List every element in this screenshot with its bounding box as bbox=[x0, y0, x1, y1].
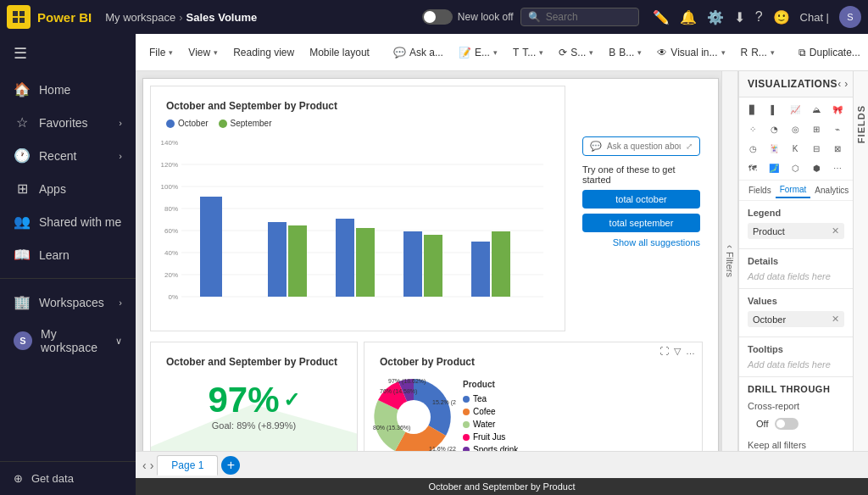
page-next-icon[interactable]: › bbox=[150, 459, 154, 472]
ribbon-r[interactable]: R R... ▾ bbox=[734, 43, 782, 62]
viz-icon-donut[interactable]: ◎ bbox=[787, 120, 804, 137]
sidebar-item-home[interactable]: 🏠 Home bbox=[0, 73, 136, 106]
viz-icon-scatter[interactable]: ⁘ bbox=[744, 120, 761, 137]
ribbon-t[interactable]: T T... ▾ bbox=[506, 43, 550, 62]
viz-icon-funnel[interactable]: ⌁ bbox=[829, 120, 846, 137]
download-icon[interactable]: ⬇ bbox=[734, 9, 745, 25]
viz-icon-bar[interactable]: ▊ bbox=[744, 101, 761, 118]
svg-rect-19 bbox=[200, 197, 222, 297]
ribbon-reading-view[interactable]: Reading view bbox=[226, 43, 301, 62]
filters-arrow: ‹ bbox=[724, 245, 736, 248]
pie-container: ⛶ ▽ … October by Product bbox=[364, 342, 703, 451]
ribbon-duplicate[interactable]: ⧉ Duplicate... bbox=[792, 43, 867, 62]
bell-icon[interactable]: 🔔 bbox=[680, 9, 697, 25]
search-input[interactable] bbox=[546, 11, 631, 23]
ribbon-s[interactable]: ⟳ S... ▾ bbox=[552, 43, 600, 62]
viz-icon-custom2[interactable]: ⬢ bbox=[808, 159, 825, 176]
page-tab-1[interactable]: Page 1 bbox=[157, 455, 218, 476]
ribbon-b-label: B... bbox=[619, 47, 634, 58]
sidebar-hamburger[interactable]: ☰ bbox=[0, 34, 136, 73]
viz-icon-pie[interactable]: ◔ bbox=[765, 120, 782, 137]
qa-btn-october[interactable]: total october bbox=[582, 190, 700, 209]
qa-icon: 💬 bbox=[590, 141, 602, 152]
t-caret: ▾ bbox=[539, 48, 543, 57]
myworkspace-arrow: ∨ bbox=[115, 336, 122, 347]
details-add[interactable]: Add data fields here bbox=[748, 271, 844, 281]
page-prev-icon[interactable]: ‹ bbox=[142, 459, 147, 472]
ribbon-mobile[interactable]: Mobile layout bbox=[303, 43, 376, 62]
sidebar-item-workspaces[interactable]: 🏢 Workspaces › bbox=[0, 286, 136, 319]
pie-more-icon[interactable]: … bbox=[686, 346, 695, 357]
settings-icon[interactable]: ⚙️ bbox=[707, 9, 724, 25]
ribbon-mobile-label: Mobile layout bbox=[309, 47, 370, 58]
viz-tab-format[interactable]: Format bbox=[776, 182, 811, 198]
ribbon-b[interactable]: B B... ▾ bbox=[602, 43, 648, 62]
get-data-button[interactable]: ⊕ Get data bbox=[0, 461, 136, 495]
viz-icons-row4: 🗺 🗾 ⬡ ⬢ ⋯ bbox=[744, 159, 848, 176]
ribbon-ask[interactable]: 💬 Ask a... bbox=[387, 43, 450, 62]
viz-icon-line[interactable]: 📈 bbox=[787, 101, 804, 118]
viz-tab-row: Fields Format Analytics bbox=[739, 181, 853, 201]
viz-icon-column[interactable]: ▌ bbox=[765, 101, 782, 118]
tooltips-add[interactable]: Add data fields here bbox=[748, 359, 844, 370]
ribbon-reading-label: Reading view bbox=[233, 47, 294, 58]
qa-expand-icon[interactable]: ⤢ bbox=[686, 142, 693, 151]
water-label: Water bbox=[473, 420, 495, 429]
s-icon: ⟳ bbox=[559, 47, 567, 58]
show-all-link[interactable]: Show all suggestions bbox=[582, 237, 700, 248]
help-icon[interactable]: ? bbox=[755, 9, 763, 25]
viz-icon-custom1[interactable]: ⬡ bbox=[787, 159, 804, 176]
ribbon-e[interactable]: 📝 E... ▾ bbox=[452, 43, 504, 62]
sidebar-item-apps[interactable]: ⊞ Apps bbox=[0, 172, 136, 205]
visualizations-panel: VISUALIZATIONS ‹ › ▊ ▌ 📈 ⛰ 🎀 bbox=[738, 71, 853, 451]
sidebar-item-learn[interactable]: 📖 Learn bbox=[0, 238, 136, 271]
canvas-page: October and September by Product October… bbox=[142, 78, 719, 451]
breadcrumb-workspace[interactable]: My workspace bbox=[105, 11, 175, 24]
edit-icon[interactable]: ✏️ bbox=[653, 9, 670, 25]
viz-icon-card[interactable]: 🃏 bbox=[765, 140, 782, 157]
viz-tab-analytics[interactable]: Analytics bbox=[810, 183, 853, 197]
pie-content: 15.2% (29.17%) 11.6% (22.26%) 80% (15.36… bbox=[371, 375, 695, 451]
add-page-button[interactable]: + bbox=[221, 456, 240, 475]
qa-btn-september[interactable]: total september bbox=[582, 214, 700, 232]
fields-panel[interactable]: FIELDS bbox=[853, 71, 868, 451]
viz-icon-table[interactable]: ⊟ bbox=[808, 140, 825, 157]
viz-icon-gauge[interactable]: ◷ bbox=[744, 140, 761, 157]
qa-input[interactable] bbox=[607, 142, 681, 151]
search-box[interactable]: 🔍 bbox=[520, 8, 639, 26]
account-icon[interactable]: S bbox=[839, 6, 861, 28]
viz-panel-arrows: ‹ › bbox=[837, 78, 848, 90]
new-look-toggle[interactable] bbox=[422, 9, 453, 25]
svg-text:100%: 100% bbox=[161, 183, 178, 191]
face-icon[interactable]: 🙂 bbox=[773, 9, 790, 25]
viz-icon-ribbon[interactable]: 🎀 bbox=[829, 101, 846, 118]
viz-icon-kpi[interactable]: K bbox=[787, 140, 804, 157]
ribbon-visual-in[interactable]: 👁 Visual in... ▾ bbox=[650, 43, 732, 62]
viz-icon-area[interactable]: ⛰ bbox=[808, 101, 825, 118]
sidebar-item-myworkspace[interactable]: S My workspace ∨ bbox=[0, 319, 136, 363]
sidebar: ☰ 🏠 Home ☆ Favorites › 🕐 Recent › ⊞ Apps… bbox=[0, 34, 136, 495]
legend-field-remove[interactable]: ✕ bbox=[832, 225, 839, 236]
viz-tab-fields[interactable]: Fields bbox=[744, 183, 776, 197]
sidebar-item-shared[interactable]: 👥 Shared with me bbox=[0, 205, 136, 238]
sidebar-item-recent[interactable]: 🕐 Recent › bbox=[0, 139, 136, 172]
viz-icon-matrix[interactable]: ⊠ bbox=[829, 140, 846, 157]
pie-filter-icon[interactable]: ▽ bbox=[674, 346, 681, 357]
values-field-remove[interactable]: ✕ bbox=[832, 314, 839, 325]
viz-icon-map[interactable]: 🗺 bbox=[744, 159, 761, 176]
ribbon-view[interactable]: View ▾ bbox=[181, 43, 225, 62]
viz-next-icon[interactable]: › bbox=[844, 78, 848, 90]
chat-label[interactable]: Chat | bbox=[800, 11, 829, 24]
filters-panel-toggle[interactable]: ‹ Filters bbox=[721, 71, 738, 451]
sidebar-item-favorites[interactable]: ☆ Favorites › bbox=[0, 106, 136, 139]
cross-report-toggle[interactable] bbox=[775, 418, 798, 430]
viz-icon-filled-map[interactable]: 🗾 bbox=[765, 159, 782, 176]
viz-icon-more[interactable]: ⋯ bbox=[829, 159, 846, 176]
app-grid-icon[interactable] bbox=[7, 5, 31, 29]
viz-prev-icon[interactable]: ‹ bbox=[837, 78, 841, 90]
viz-icon-treemap[interactable]: ⊞ bbox=[808, 120, 825, 137]
qa-input-wrap[interactable]: 💬 ⤢ bbox=[582, 136, 700, 156]
search-icon: 🔍 bbox=[528, 11, 541, 23]
pie-focus-icon[interactable]: ⛶ bbox=[659, 346, 669, 357]
ribbon-file[interactable]: File ▾ bbox=[142, 43, 180, 62]
